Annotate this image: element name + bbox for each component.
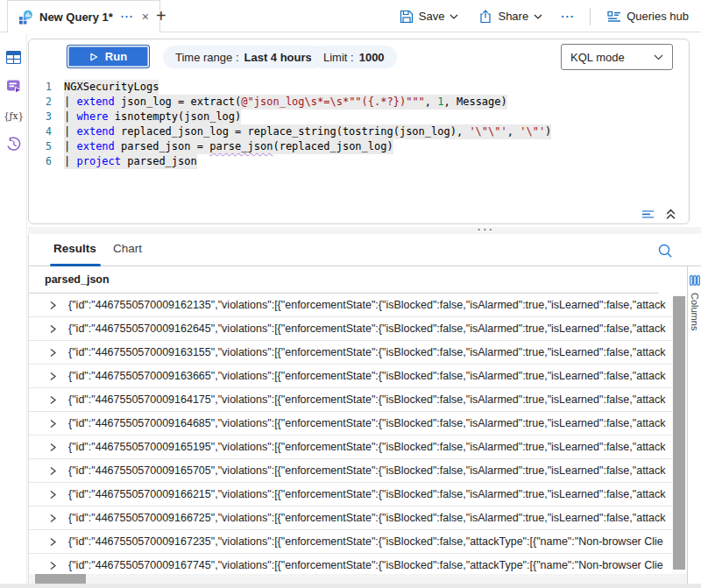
table-row[interactable]: {"id":"4467550570009166215","violations"… — [29, 483, 672, 507]
column-header-label: parsed_json — [45, 273, 110, 286]
run-button[interactable]: Run — [67, 45, 150, 68]
results-tab-strip: Results Chart — [29, 235, 701, 266]
code-line[interactable]: 4| extend replaced_json_log = replace_st… — [29, 124, 687, 139]
vertical-scrollbar-thumb[interactable] — [673, 296, 685, 570]
code-line[interactable]: 3| where isnotempty(json_log) — [29, 110, 687, 124]
query-summary-icon[interactable] — [642, 209, 657, 220]
table-row[interactable]: {"id":"4467550570009162135","violations"… — [29, 294, 672, 317]
expand-row-chevron-icon[interactable] — [49, 466, 57, 476]
row-json-value: {"id":"4467550570009164175","violations"… — [68, 393, 666, 406]
share-button[interactable]: Share — [471, 6, 549, 27]
expand-row-chevron-icon[interactable] — [49, 348, 57, 358]
row-json-value: {"id":"4467550570009162645","violations"… — [68, 322, 666, 335]
run-label: Run — [105, 50, 127, 63]
row-json-value: {"id":"4467550570009167745","violations"… — [68, 559, 663, 571]
table-row[interactable]: {"id":"4467550570009165705","violations"… — [29, 459, 672, 483]
table-row[interactable]: {"id":"4467550570009167235","violations"… — [29, 530, 672, 554]
limit-value: 1000 — [359, 51, 385, 64]
code-line[interactable]: 6| project parsed_json — [29, 154, 687, 169]
functions-icon[interactable]: {ƒx} — [0, 101, 27, 130]
collapse-panel-icon[interactable] — [665, 209, 676, 220]
expand-row-chevron-icon[interactable] — [49, 490, 57, 499]
code-line[interactable]: 1NGXSecurityLogs — [29, 80, 687, 95]
chevron-down-icon — [534, 14, 542, 19]
expand-row-chevron-icon[interactable] — [49, 514, 57, 523]
row-json-value: {"id":"4467550570009165195","violations"… — [68, 441, 666, 453]
new-tab-button[interactable]: + — [156, 5, 166, 26]
adx-logo-icon — [18, 10, 33, 25]
results-rows: {"id":"4467550570009162135","violations"… — [29, 294, 672, 577]
tab-results[interactable]: Results — [53, 242, 96, 255]
tab-bar-actions: Save Share ··· — [393, 0, 696, 32]
table-row[interactable]: {"id":"4467550570009165195","violations"… — [29, 436, 672, 459]
columns-icon — [690, 275, 700, 286]
expand-row-chevron-icon[interactable] — [49, 537, 57, 547]
query-mode-selector[interactable]: KQL mode — [561, 44, 673, 70]
window-bottom-strip — [0, 584, 701, 588]
row-json-value: {"id":"4467550570009164685","violations"… — [68, 417, 666, 429]
save-button[interactable]: Save — [393, 6, 466, 27]
line-number: 5 — [29, 139, 64, 154]
save-label: Save — [419, 10, 445, 23]
share-label: Share — [498, 10, 528, 23]
expand-row-chevron-icon[interactable] — [49, 443, 57, 452]
row-json-value: {"id":"4467550570009162135","violations"… — [68, 299, 666, 311]
queries-hub-button[interactable]: Queries hub — [600, 6, 696, 26]
expand-row-chevron-icon[interactable] — [49, 301, 57, 310]
time-range-label: Time range : — [175, 51, 239, 64]
code-text: | where isnotempty(json_log) — [64, 110, 241, 124]
table-row[interactable]: {"id":"4467550570009162645","violations"… — [29, 317, 672, 341]
tab-chart[interactable]: Chart — [113, 242, 142, 255]
query-mode-value: KQL mode — [570, 51, 625, 64]
query-editor-panel: Run Time range : Last 4 hours Limit : 10… — [28, 39, 690, 224]
results-panel: Results Chart parsed_json {"id":"4467550… — [28, 235, 701, 588]
tab-more-icon[interactable]: ··· — [121, 11, 134, 23]
splitter-grip-icon[interactable]: ··· — [478, 224, 495, 235]
play-icon — [89, 53, 98, 61]
search-icon[interactable] — [657, 243, 673, 262]
queries-hub-icon — [607, 11, 621, 23]
table-row[interactable]: {"id":"4467550570009164685","violations"… — [29, 412, 672, 436]
column-header[interactable]: parsed_json — [29, 266, 659, 294]
expand-row-chevron-icon[interactable] — [49, 561, 57, 570]
query-tab[interactable]: New Query 1* ··· × — [7, 0, 160, 32]
vertical-scrollbar[interactable] — [672, 294, 687, 574]
time-range-value: Last 4 hours — [244, 51, 312, 64]
line-number: 3 — [29, 110, 64, 124]
table-row[interactable]: {"id":"4467550570009163665","violations"… — [29, 365, 672, 388]
tab-close-icon[interactable]: × — [142, 10, 149, 24]
tab-bar: New Query 1* ··· × + Save — [0, 0, 701, 32]
divider — [590, 8, 591, 25]
code-text: NGXSecurityLogs — [64, 80, 159, 95]
columns-side-tab[interactable]: Columns — [687, 266, 701, 588]
code-text: | project parsed_json — [64, 154, 197, 169]
saved-queries-icon[interactable] — [0, 72, 27, 101]
expand-row-chevron-icon[interactable] — [49, 419, 57, 429]
code-line[interactable]: 2| extend json_log = extract(@"json_log\… — [29, 95, 687, 110]
time-range-picker[interactable]: Time range : Last 4 hours — [163, 46, 324, 68]
row-json-value: {"id":"4467550570009166725","violations"… — [68, 512, 666, 524]
table-row[interactable]: {"id":"4467550570009166725","violations"… — [29, 507, 672, 530]
panel-splitter[interactable]: ··· — [28, 227, 701, 234]
row-json-value: {"id":"4467550570009167235","violations"… — [68, 535, 663, 548]
code-text: | extend parsed_json = parse_json(replac… — [64, 139, 393, 154]
more-actions-button[interactable]: ··· — [556, 10, 580, 23]
table-row[interactable]: {"id":"4467550570009164175","violations"… — [29, 388, 672, 412]
expand-row-chevron-icon[interactable] — [49, 324, 57, 334]
row-json-value: {"id":"4467550570009165705","violations"… — [68, 464, 666, 477]
code-text: | extend json_log = extract(@"json_log\s… — [64, 95, 507, 110]
expand-row-chevron-icon[interactable] — [49, 395, 57, 405]
limit-picker[interactable]: Limit : 1000 — [311, 46, 397, 68]
connections-table-icon[interactable] — [0, 43, 27, 72]
table-row[interactable]: {"id":"4467550570009163155","violations"… — [29, 341, 672, 365]
limit-label: Limit : — [323, 51, 354, 64]
query-history-icon[interactable] — [0, 130, 27, 159]
chevron-down-icon — [450, 14, 458, 19]
editor-corner-actions — [642, 209, 676, 220]
chevron-down-icon — [654, 54, 663, 60]
expand-row-chevron-icon[interactable] — [49, 372, 57, 381]
code-line[interactable]: 5| extend parsed_json = parse_json(repla… — [29, 139, 687, 154]
tab-title: New Query 1* — [39, 11, 113, 24]
line-number: 2 — [29, 95, 64, 110]
editor-lines[interactable]: 1NGXSecurityLogs2| extend json_log = ext… — [29, 80, 687, 169]
